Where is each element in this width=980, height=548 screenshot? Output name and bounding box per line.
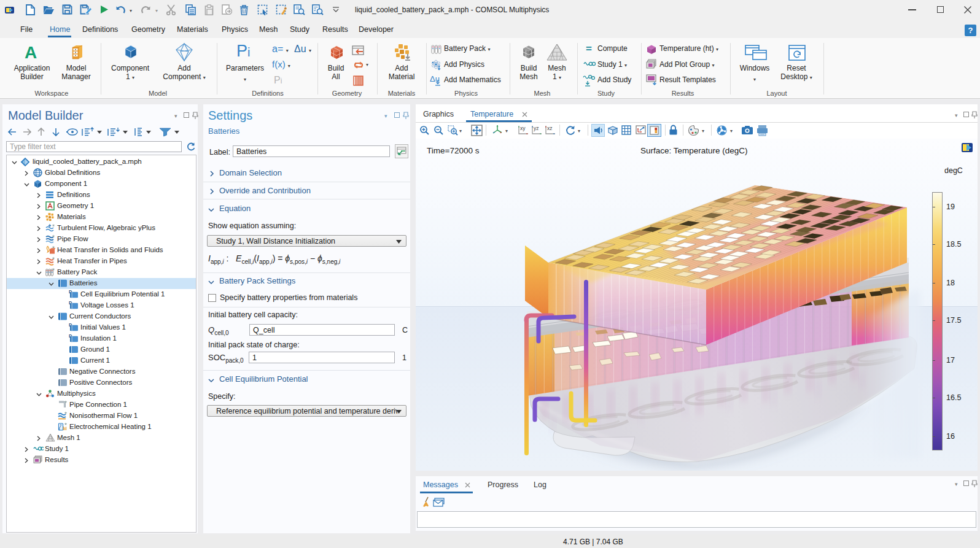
svg-text:yz: yz	[534, 125, 539, 131]
svg-text:xz: xz	[547, 125, 553, 131]
svg-text:xy: xy	[520, 125, 526, 131]
